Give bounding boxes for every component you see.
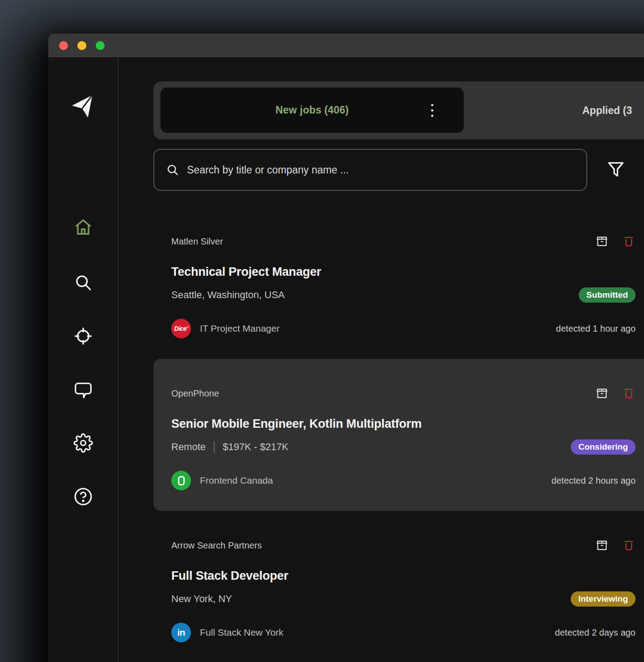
sidebar bbox=[48, 57, 119, 662]
company-name: OpenPhone bbox=[171, 387, 219, 400]
archive-box-icon bbox=[595, 235, 609, 248]
zoom-button[interactable] bbox=[96, 41, 105, 50]
sidebar-item-search[interactable] bbox=[73, 273, 93, 294]
detected-timestamp: detected 2 hours ago bbox=[551, 476, 636, 486]
company-name: Arrow Search Partners bbox=[171, 539, 262, 552]
minimize-button[interactable] bbox=[77, 41, 86, 50]
archive-box-icon bbox=[595, 539, 609, 552]
tab-applied-label: Applied (3 bbox=[582, 105, 632, 117]
trash-icon bbox=[622, 539, 636, 552]
tab-applied[interactable]: Applied (3 bbox=[582, 81, 632, 139]
sidebar-item-home[interactable] bbox=[72, 216, 94, 240]
job-title: Full Stack Developer bbox=[171, 567, 636, 584]
search-icon bbox=[166, 163, 179, 177]
filter-button[interactable] bbox=[606, 160, 626, 180]
job-salary: $197K - $217K bbox=[223, 440, 288, 454]
delete-button[interactable] bbox=[622, 387, 636, 400]
dice-logo-icon: Dice’ bbox=[171, 319, 191, 338]
archive-button[interactable] bbox=[595, 235, 609, 248]
sidebar-item-target[interactable] bbox=[72, 325, 94, 349]
search-row bbox=[153, 149, 644, 191]
job-location: Remote bbox=[171, 440, 206, 454]
archive-button[interactable] bbox=[595, 539, 609, 552]
tab-new-jobs[interactable]: New jobs (406) bbox=[161, 88, 464, 133]
archive-button[interactable] bbox=[595, 387, 609, 400]
title-bar bbox=[48, 34, 644, 57]
status-badge[interactable]: Submitted bbox=[579, 287, 636, 303]
tab-new-jobs-label: New jobs (406) bbox=[275, 104, 349, 116]
status-badge[interactable]: Considering bbox=[571, 439, 636, 455]
source-label: Frontend Canada bbox=[200, 475, 273, 486]
filter-funnel-icon bbox=[606, 160, 626, 179]
search-box bbox=[153, 149, 587, 191]
search-input[interactable] bbox=[187, 164, 575, 176]
job-card[interactable]: OpenPhone bbox=[153, 359, 644, 511]
sidebar-item-help[interactable] bbox=[73, 486, 93, 509]
delete-button[interactable] bbox=[622, 235, 636, 248]
close-button[interactable] bbox=[59, 41, 68, 50]
glassdoor-logo-icon bbox=[171, 471, 191, 490]
source-label: IT Project Manager bbox=[200, 323, 280, 334]
app-window: New jobs (406) Applied (3 bbox=[48, 34, 644, 662]
main-panel: New jobs (406) Applied (3 bbox=[119, 57, 644, 662]
job-card[interactable]: Arrow Search Partners bbox=[153, 511, 644, 662]
divider bbox=[214, 441, 215, 453]
sidebar-item-chat[interactable] bbox=[73, 380, 93, 402]
trash-icon bbox=[622, 235, 636, 248]
source-label: Full Stack New York bbox=[200, 627, 284, 638]
delete-button[interactable] bbox=[622, 539, 636, 552]
archive-box-icon bbox=[595, 387, 609, 400]
job-location: New York, NY bbox=[171, 592, 232, 606]
tab-options-kebab-icon[interactable] bbox=[429, 102, 435, 118]
job-title: Technical Project Manager bbox=[171, 263, 636, 280]
job-card[interactable]: Matlen Silver bbox=[153, 207, 644, 359]
linkedin-logo-icon: in bbox=[171, 623, 191, 642]
trash-icon bbox=[622, 387, 636, 400]
detected-timestamp: detected 1 hour ago bbox=[556, 324, 636, 334]
job-list: Matlen Silver bbox=[153, 207, 644, 662]
detected-timestamp: detected 2 days ago bbox=[555, 628, 636, 638]
company-name: Matlen Silver bbox=[171, 235, 223, 248]
sidebar-item-settings[interactable] bbox=[73, 433, 93, 455]
job-title: Senior Mobile Engineer, Kotlin Multiplat… bbox=[171, 415, 636, 432]
tab-bar: New jobs (406) Applied (3 bbox=[153, 81, 644, 139]
paper-plane-logo-icon bbox=[70, 94, 96, 122]
status-badge[interactable]: Interviewing bbox=[571, 591, 636, 607]
job-location: Seattle, Washington, USA bbox=[171, 288, 285, 302]
